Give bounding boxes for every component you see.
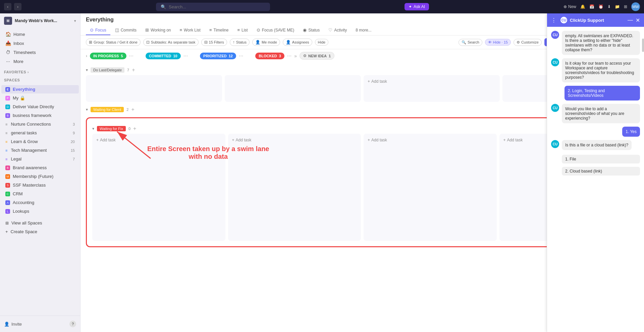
waiting-fix-add[interactable]: +	[133, 126, 136, 132]
create-space[interactable]: + Create Space	[1, 227, 79, 236]
list-icon-general: ≡	[5, 131, 7, 135]
space-item-membership[interactable]: M Membership (Future)	[1, 172, 79, 181]
do-last-toggle[interactable]: ▾	[86, 68, 88, 72]
invite-button[interactable]: 👤 Invite	[4, 322, 22, 327]
search-bar[interactable]: 🔍	[156, 3, 270, 11]
add-task-fix-1[interactable]: + Add task	[95, 136, 223, 144]
minimize-button[interactable]: —	[628, 17, 633, 23]
sidebar-item-home[interactable]: 🏠 Home	[1, 30, 79, 39]
prioritized-dots[interactable]: ···	[239, 53, 243, 59]
waiting-client-toggle[interactable]: ▾	[86, 107, 88, 112]
do-last-count: 7	[127, 68, 129, 72]
tab-status[interactable]: ◉ Status	[299, 25, 324, 35]
waiting-fix-col-1: + Add task	[92, 134, 225, 241]
lane-committed[interactable]: COMMITTED 10	[146, 53, 181, 59]
tab-working-on[interactable]: ⊞ Working on	[141, 25, 175, 35]
do-last-add[interactable]: +	[132, 67, 135, 73]
group-chip[interactable]: ⊞ Group: Status / Get it done	[86, 39, 141, 46]
chevron-right-icon: ›	[28, 70, 29, 74]
search-button[interactable]: 🔍 Search	[459, 39, 482, 46]
hide-count-icon: 👁	[488, 40, 492, 44]
chat-menu-icon[interactable]: ⋮	[551, 17, 556, 23]
lane-in-progress[interactable]: IN PROGRESS 5	[90, 53, 126, 59]
space-item-everything[interactable]: E Everything	[1, 85, 79, 93]
everything-dot: E	[5, 87, 10, 92]
tab-timeline[interactable]: ≡ Timeline	[205, 25, 233, 35]
tab-work-list[interactable]: ≡ Work List	[176, 25, 205, 35]
view-all-spaces[interactable]: ⊞ View all Spaces	[1, 219, 79, 227]
committed-dots[interactable]: ···	[183, 53, 188, 59]
in-progress-dots[interactable]: ···	[129, 53, 133, 59]
space-item-deliver[interactable]: D Deliver Value Directly	[1, 103, 79, 111]
download-icon[interactable]: ⬇	[607, 4, 611, 9]
waiting-fix-toggle[interactable]: ▾	[92, 126, 94, 131]
space-item-crm[interactable]: C CRM	[1, 190, 79, 198]
sidebar-item-more[interactable]: ··· More	[1, 57, 79, 66]
chat-options: 1. File 2. Cloud based (link)	[551, 153, 640, 176]
help-icon[interactable]: ?	[69, 321, 76, 327]
home-icon: 🏠	[5, 31, 11, 37]
waiting-fix-col-2: + Add task	[228, 134, 361, 241]
status-chip[interactable]: ↑ Status	[230, 39, 250, 46]
tab-list[interactable]: ≡ List	[233, 25, 252, 35]
add-task-fix-3[interactable]: + Add task	[366, 136, 494, 144]
forward-button[interactable]: ›	[14, 3, 21, 10]
tab-focus-save[interactable]: ⊙ Focus (SAVE ME)	[253, 25, 298, 35]
hide-count-button[interactable]: 👁 Hide · 15	[485, 39, 511, 46]
me-mode-chip[interactable]: 👤 Me mode	[252, 39, 280, 46]
lane-blocked[interactable]: BLOCKED 3	[255, 53, 284, 59]
space-item-lookups[interactable]: L Lookups	[1, 207, 79, 215]
filters-chip[interactable]: ⊟ 15 Filters	[201, 39, 227, 46]
hide-chip[interactable]: Hide	[315, 39, 329, 46]
search-input[interactable]	[169, 4, 265, 9]
sidebar-item-inbox[interactable]: 📥 Inbox	[1, 39, 79, 48]
agent-avatar-1: CU	[551, 31, 559, 39]
space-item-accounting[interactable]: A Accounting	[1, 198, 79, 207]
sidebar: M Mandy Webb's Work... ▾ 🏠 Home 📥 Inbox …	[0, 13, 80, 332]
avatar[interactable]: MW	[631, 2, 640, 11]
search-icon: 🔍	[161, 4, 166, 9]
folder-icon[interactable]: 📁	[615, 4, 620, 9]
blocked-dots[interactable]: ···	[287, 53, 291, 59]
clock-icon[interactable]: ⏰	[598, 4, 603, 9]
grid-icon[interactable]: ⊞	[624, 4, 627, 9]
calendar-icon[interactable]: 📅	[589, 4, 594, 9]
add-task-col3[interactable]: + Add task	[366, 78, 388, 85]
tab-activity[interactable]: ♡ Activity	[324, 25, 351, 35]
space-item-nurture[interactable]: ≡ Nurture Connections 3	[1, 120, 79, 128]
notifications-icon[interactable]: 🔔	[580, 4, 585, 9]
space-item-legal[interactable]: ≡ Legal 7	[1, 155, 79, 163]
waiting-fix-col-3: + Add task	[364, 134, 497, 241]
option-file[interactable]: 1. File	[562, 155, 640, 163]
lane-prioritized[interactable]: PRIORITIZED 12	[200, 53, 236, 59]
assignees-chip[interactable]: 👤 Assignees	[283, 39, 312, 46]
lane-new-idea[interactable]: ⊙ NEW IDEA 1	[300, 52, 334, 60]
tab-commits[interactable]: ◫ Commits	[111, 25, 141, 35]
group-chip-icon: ⊞	[89, 40, 92, 45]
tab-focus[interactable]: ⊙ Focus	[86, 25, 110, 35]
workspace-header[interactable]: M Mandy Webb's Work... ▾	[0, 13, 80, 28]
list-tab-icon: ≡	[237, 27, 240, 32]
sidebar-item-timesheets[interactable]: ⏱ Timesheets	[1, 48, 79, 57]
option-cloud[interactable]: 2. Cloud based (link)	[562, 167, 640, 176]
sidebar-nav: 🏠 Home 📥 Inbox ⏱ Timesheets ··· More	[0, 28, 80, 67]
lane-expand-icon[interactable]: »	[294, 53, 297, 59]
close-button[interactable]: ✕	[636, 17, 640, 23]
waiting-client-add[interactable]: +	[131, 107, 134, 113]
subtasks-chip[interactable]: ⊡ Subtasks: As separate task	[143, 39, 199, 46]
back-button[interactable]: ‹	[4, 3, 11, 10]
space-item-my[interactable]: P My 🔒	[1, 94, 79, 102]
space-item-ssf[interactable]: S SSF Masterclass	[1, 181, 79, 189]
new-button[interactable]: ⊕ New	[564, 4, 576, 9]
space-item-brand[interactable]: B Brand awareness	[1, 163, 79, 172]
space-item-tech[interactable]: ≡ Tech Management 15	[1, 146, 79, 154]
space-item-general[interactable]: ≡ general tasks 9	[1, 129, 79, 137]
space-item-business[interactable]: B business framework ···	[1, 111, 79, 120]
customize-button[interactable]: ⚙ Customize	[514, 39, 542, 46]
ask-ai-button[interactable]: ✦ Ask AI	[405, 3, 429, 10]
add-task-fix-2[interactable]: + Add task	[231, 136, 359, 144]
space-item-learn[interactable]: ≡ Learn & Grow 20	[1, 137, 79, 146]
page-title: Everything	[86, 17, 114, 23]
do-last-col-1	[86, 75, 222, 102]
tab-more[interactable]: 8 more...	[352, 26, 375, 35]
